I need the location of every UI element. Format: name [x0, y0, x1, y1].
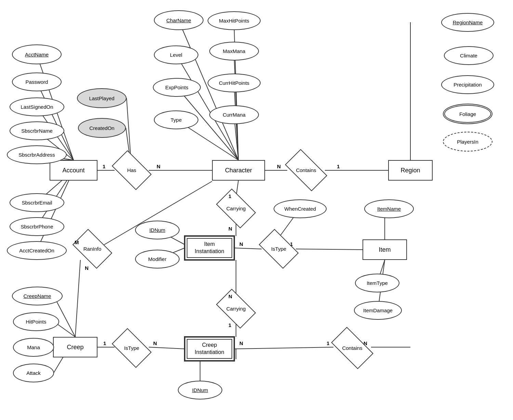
acctname-ellipse: AcctName — [12, 44, 62, 64]
cardinality-contains-creep-1: 1 — [327, 340, 329, 346]
acctcreatedon-ellipse: AcctCreatedOn — [7, 241, 67, 260]
itemname-label: ItemName — [377, 206, 401, 212]
item-label: Item — [379, 246, 391, 253]
foliage-label: Foliage — [459, 111, 476, 117]
sbscrbrphone-label: SbscrbrPhone — [21, 224, 53, 229]
has-diamond: Has — [115, 159, 149, 181]
creepname-ellipse: CreepName — [12, 287, 63, 305]
createdon-label: CreatedOn — [89, 125, 114, 131]
itemdamage-label: ItemDamage — [363, 307, 393, 313]
createdon-ellipse: CreatedOn — [78, 118, 126, 138]
cardinality-contains-region: 1 — [337, 163, 340, 169]
cardinality-account-has: 1 — [103, 163, 105, 169]
currhitpoints-label: CurrHitPoints — [219, 80, 249, 86]
cardinality-istype-item-n: N — [239, 241, 243, 247]
account-entity: Account — [50, 160, 97, 181]
contains-creep-label: Contains — [342, 345, 362, 351]
cardinality-contains-creep-n-left: N — [239, 340, 243, 346]
hitpoints-label: HitPoints — [26, 319, 46, 325]
attack-label: Attack — [26, 370, 41, 376]
cardinality-carrying-char-1: 1 — [228, 193, 231, 199]
cardinality-character-contains: N — [277, 163, 281, 169]
cardinality-istype-item-1: 1 — [290, 241, 293, 247]
acctname-label: AcctName — [25, 52, 49, 57]
cardinality-raninfo-n: N — [85, 265, 89, 271]
region-label: Region — [400, 167, 420, 174]
climate-label: Climate — [460, 53, 477, 58]
character-entity: Character — [212, 160, 265, 181]
level-ellipse: Level — [154, 45, 198, 64]
contains-region-diamond: Contains — [287, 159, 325, 181]
creep-label: Creep — [67, 344, 83, 351]
region-entity: Region — [388, 160, 433, 181]
has-label: Has — [127, 167, 136, 173]
maxmana-ellipse: MaxMana — [209, 42, 259, 61]
cardinality-has-character: N — [157, 163, 160, 169]
idnum-item-label: IDNum — [149, 227, 166, 233]
svg-line-14 — [75, 260, 80, 337]
carrying-creep-diamond: Carrying — [219, 298, 253, 320]
regionname-ellipse: RegionName — [441, 13, 494, 32]
climate-ellipse: Climate — [444, 46, 494, 65]
regionname-label: RegionName — [453, 19, 483, 25]
item-instantiation-label: ItemInstantiation — [195, 241, 224, 255]
currhitpoints-ellipse: CurrHitPoints — [208, 74, 261, 92]
password-ellipse: Password — [12, 73, 62, 91]
creep-instantiation-label: CreepInstantiation — [195, 342, 224, 356]
sbscrbraddress-ellipse: SbscrbrAddress — [7, 145, 67, 164]
raninfo-diamond: RanInfo — [75, 238, 109, 260]
playersin-label: PlayersIn — [457, 139, 478, 145]
raninfo-label: RanInfo — [83, 246, 102, 252]
cardinality-carrying-creep-1: 1 — [228, 322, 231, 328]
hitpoints-ellipse: HitPoints — [13, 312, 59, 331]
mana-creep-ellipse: Mana — [13, 338, 54, 357]
acctcreatedon-label: AcctCreatedOn — [19, 248, 54, 253]
sbscrbraddress-label: SbscrbrAddress — [18, 152, 55, 158]
charname-ellipse: CharName — [154, 10, 203, 30]
currmana-ellipse: CurrMana — [209, 105, 259, 124]
exppoints-label: ExpPoints — [165, 84, 188, 90]
cardinality-istype-creep-1: 1 — [103, 340, 106, 346]
type-label: Type — [171, 117, 182, 123]
itemtype-label: ItemType — [367, 280, 388, 286]
lastsignedon-ellipse: LastSignedOn — [10, 97, 64, 116]
lastplayed-label: LastPlayed — [89, 95, 114, 101]
itemdamage-ellipse: ItemDamage — [354, 301, 402, 320]
cardinality-contains-creep-n-right: N — [364, 340, 367, 346]
item-entity: Item — [363, 239, 407, 260]
lastsignedon-label: LastSignedOn — [21, 104, 53, 110]
svg-line-8 — [296, 249, 363, 250]
cardinality-istype-creep-n: N — [153, 340, 157, 346]
foliage-ellipse: Foliage — [443, 104, 492, 124]
itemtype-ellipse: ItemType — [355, 274, 399, 292]
creepname-label: CreepName — [24, 293, 51, 299]
character-label: Character — [225, 167, 252, 174]
lastplayed-ellipse: LastPlayed — [77, 88, 127, 108]
attack-ellipse: Attack — [13, 364, 54, 382]
modifier-label: Modifier — [148, 256, 166, 262]
creep-entity: Creep — [53, 337, 97, 357]
carrying-char-label: Carrying — [226, 206, 246, 211]
carrying-creep-label: Carrying — [226, 306, 246, 312]
carrying-char-diamond: Carrying — [219, 197, 253, 220]
cardinality-carrying-creep-n: N — [228, 293, 232, 299]
currmana-label: CurrMana — [223, 112, 246, 118]
svg-line-17 — [234, 347, 333, 349]
cardinality-carrying-char-n: N — [228, 226, 232, 232]
sbscrbrname-label: SbscrbrName — [21, 128, 53, 134]
precipitation-label: Precipitation — [453, 82, 482, 88]
idnum-creep-ellipse: IDNum — [178, 381, 222, 399]
mana-creep-label: Mana — [27, 344, 40, 350]
idnum-creep-label: IDNum — [192, 387, 208, 393]
modifier-ellipse: Modifier — [135, 250, 180, 268]
maxhitpoints-ellipse: MaxHitPoints — [208, 11, 261, 30]
maxmana-label: MaxMana — [223, 48, 246, 54]
charname-label: CharName — [166, 17, 191, 23]
item-instantiation-entity: ItemInstantiation — [185, 236, 234, 260]
precipitation-ellipse: Precipitation — [441, 75, 494, 94]
sbscrbr-email-ellipse: SbscrbrEmail — [10, 193, 64, 212]
creep-instantiation-entity: CreepInstantiation — [185, 337, 234, 361]
istype-creep-label: IsType — [124, 345, 139, 351]
istype-creep-diamond: IsType — [115, 337, 149, 359]
exppoints-ellipse: ExpPoints — [153, 78, 201, 97]
